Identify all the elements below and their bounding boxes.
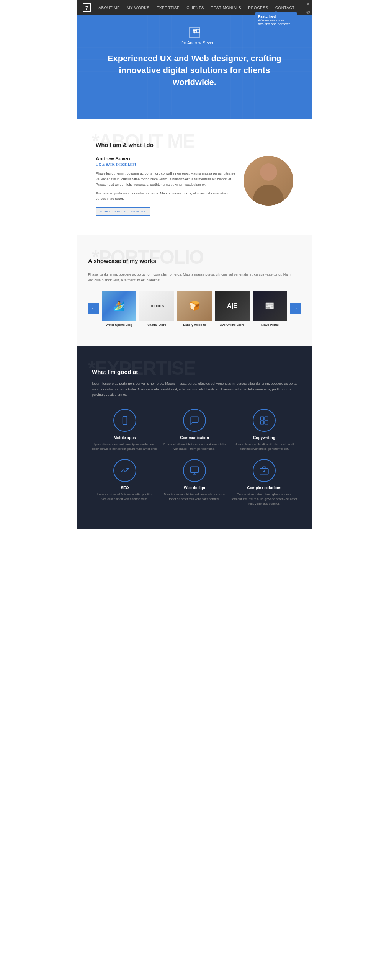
seo-icon [113,459,136,482]
nav-about[interactable]: ABOUT ME [98,6,120,10]
svg-rect-6 [190,467,199,473]
about-name: Andrew Seven [96,156,236,162]
about-section-title: Who I am & what I do [96,142,293,148]
avatar-image [244,156,293,206]
portfolio-thumb-store [139,291,174,321]
communication-icon [183,409,206,432]
seo-desc: Lorem a sit amet felis venenatis, portti… [92,492,158,501]
copywriting-icon [253,409,276,432]
portfolio-thumb-water [102,291,136,321]
list-item: Water Sports Blog [102,291,136,327]
list-item: Casual Store [139,291,174,327]
nav-works[interactable]: MY WORKS [127,6,149,10]
portfolio-label-ave: Ave Online Store [215,323,249,327]
portfolio-section-title: A showcase of my works [88,258,301,264]
portfolio-carousel: ← Water Sports Blog Casual Store Bakery … [88,291,301,327]
hero-logo: 7 [189,27,200,38]
portfolio-label-bakery: Bakery Website [177,323,212,327]
web-design-icon [183,459,206,482]
settings-icon[interactable]: ◎ [304,8,312,16]
nav-logo: 7 [83,3,91,12]
about-role: UX & WEB DESIGNER [96,163,236,167]
web-design-desc: Mauris massa ultricies vel venenatis inc… [162,492,227,501]
portfolio-watermark: *PORTFOLIO [92,246,203,268]
list-item: Copywriting Nam vehicula – blandit velit… [231,409,297,451]
complex-solutions-title: Complex solutions [231,486,297,490]
portfolio-label-store: Casual Store [139,323,174,327]
hero-headline: Experienced UX and Web designer, craftin… [106,53,283,88]
close-icon[interactable]: ✕ [304,0,312,8]
nav-expertise[interactable]: EXPERTISE [157,6,180,10]
svg-rect-0 [123,416,127,425]
about-text: Andrew Seven UX & WEB DESIGNER Phasellus… [96,156,236,216]
svg-rect-4 [260,421,264,424]
portfolio-thumb-ave [215,291,249,321]
communication-title: Communication [162,436,227,440]
list-item: Bakery Website [177,291,212,327]
expertise-grid: Mobile apps Ipsum fosuere ac porta non i… [92,409,297,506]
nav-testimonials[interactable]: TESTIMONIALS [211,6,241,10]
nav-tooltip: Psst... hey! Wanna see more designs and … [255,12,297,28]
copywriting-desc: Nam vehicula – blandit velit a fermentum… [231,442,297,451]
portfolio-label-news: News Portal [253,323,287,327]
about-para2: Posuere ac porta non, convallis non eros… [96,191,236,202]
list-item: Mobile apps Ipsum fosuere ac porta non i… [92,409,158,451]
hero-chevron [164,115,225,119]
nav-contact[interactable]: CONTACT [275,6,295,10]
about-para1: Phasellus dui enim, posuere ac porta non… [96,171,236,187]
navbar: 7 ABOUT ME MY WORKS EXPERTISE CLIENTS TE… [77,0,312,15]
nav-links: ABOUT ME MY WORKS EXPERTISE CLIENTS TEST… [98,6,306,10]
hero-section: 7 Hi, I'm Andrew Seven Experienced UX an… [77,15,312,119]
about-watermark: *ABOUT ME [92,130,194,152]
list-item: Complex solutions Cursus vitae tortor – … [231,459,297,506]
nav-process[interactable]: PROCESS [248,6,268,10]
mobile-apps-icon [113,409,136,432]
carousel-next-button[interactable]: → [290,303,301,314]
communication-desc: Praesent sit amet felis venenatis sit am… [162,442,227,451]
expertise-section-title: What I'm good at [92,369,297,375]
list-item: Communication Praesent sit amet felis ve… [162,409,227,451]
expertise-watermark: *EXPERTISE [88,357,195,379]
hero-greeting: Hi, I'm Andrew Seven [92,41,297,45]
web-design-title: Web design [162,486,227,490]
complex-solutions-icon [253,459,276,482]
nav-side-icons: ✕ ◎ [304,0,312,16]
expertise-desc: Ipsum fosuere ac porta non, convallis no… [92,381,297,397]
portfolio-desc: Phasellus dui enim, posuere ac porta non… [88,272,301,283]
about-content: Andrew Seven UX & WEB DESIGNER Phasellus… [96,156,293,216]
expertise-section: *EXPERTISE What I'm good at Ipsum fosuer… [77,346,312,529]
about-avatar [244,156,293,206]
seo-title: SEO [92,486,158,490]
portfolio-label-water: Water Sports Blog [102,323,136,327]
nav-clients[interactable]: CLIENTS [186,6,204,10]
svg-rect-3 [265,417,268,420]
copywriting-title: Copywriting [231,436,297,440]
mobile-apps-desc: Ipsum fosuere ac porta non ipsum nulla a… [92,442,158,451]
cta-project-button[interactable]: START A PROJECT WITH ME [96,207,150,216]
svg-rect-2 [260,417,264,420]
portfolio-thumb-bakery [177,291,212,321]
list-item: Web design Mauris massa ultricies vel ve… [162,459,227,506]
about-section: *ABOUT ME Who I am & what I do Andrew Se… [77,119,312,235]
list-item: News Portal [253,291,287,327]
list-item: Ave Online Store [215,291,249,327]
carousel-prev-button[interactable]: ← [88,303,99,314]
portfolio-thumb-news [253,291,287,321]
portfolio-items: Water Sports Blog Casual Store Bakery We… [102,291,287,327]
mobile-apps-title: Mobile apps [92,436,158,440]
complex-solutions-desc: Cursus vitae tortor – from glavrida lore… [231,492,297,506]
portfolio-section: *PORTFOLIO A showcase of my works Phasel… [77,235,312,346]
svg-rect-5 [265,421,268,424]
list-item: SEO Lorem a sit amet felis venenatis, po… [92,459,158,506]
